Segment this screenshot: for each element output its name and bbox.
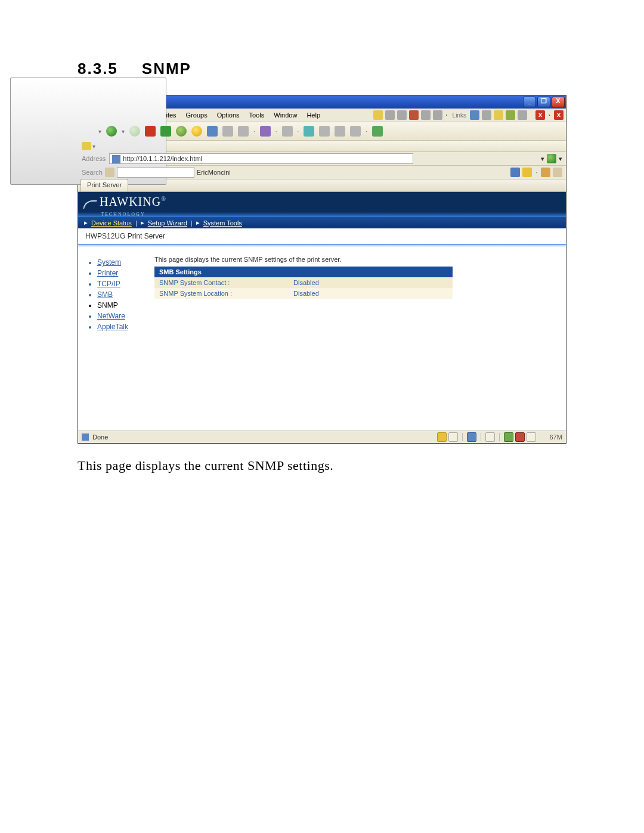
search-option-icon-1[interactable] — [510, 168, 520, 177]
toolbar-icon-2[interactable] — [221, 125, 234, 138]
statusbar-text: Done — [92, 433, 108, 441]
toolbar-dropdown-1[interactable]: ▾ — [97, 128, 103, 135]
breadcrumb-system-tools[interactable]: System Tools — [203, 219, 242, 227]
tray-icon-3[interactable] — [467, 432, 476, 442]
menubar-link-icon-1[interactable] — [470, 110, 479, 120]
sidebar-item-system[interactable]: System — [97, 258, 151, 267]
tray-icon-5[interactable] — [504, 432, 513, 442]
maximize-button[interactable]: ❐ — [537, 97, 550, 107]
sidebar-item-appletalk[interactable]: AppleTalk — [97, 323, 151, 331]
breadcrumb-setup-wizard[interactable]: Setup Wizard — [148, 219, 187, 227]
tray-icon-4[interactable] — [485, 432, 495, 442]
sidebar: System Printer TCP/IP SMB SNMP NetWare A… — [85, 256, 151, 333]
searchbar: Search EricMoncini · — [78, 166, 566, 179]
toolbar: ▾ ▾ · · · · — [78, 122, 566, 141]
menubar-sep: · — [445, 112, 449, 119]
settings-panel: This page displays the current SNMP sett… — [154, 256, 559, 333]
setting-label-contact: SNMP System Contact : — [154, 277, 289, 288]
sidebar-item-printer[interactable]: Printer — [97, 269, 151, 277]
addressbar: Address http://10.1.1.212/index.html ▾ ▾ — [78, 152, 566, 166]
sidebar-item-netware[interactable]: NetWare — [97, 312, 151, 320]
breadcrumb-bullet: ▸ — [84, 219, 88, 227]
go-button[interactable] — [547, 154, 556, 163]
breadcrumb-bullet: ▸ — [141, 219, 144, 227]
search-option-icon-4[interactable] — [553, 168, 562, 177]
minimize-button[interactable]: _ — [523, 97, 536, 107]
address-dropdown[interactable]: ▾ — [541, 155, 544, 163]
sidebar-item-snmp[interactable]: SNMP — [97, 301, 151, 309]
toolbar-icon-8[interactable] — [333, 125, 346, 138]
menubar-link-icon-4[interactable] — [506, 110, 515, 120]
breadcrumb-sep: | — [135, 219, 137, 227]
page-subheader: HWPS12UG Print Server — [78, 228, 566, 245]
toolbar-icon-9[interactable] — [349, 125, 362, 138]
close-button[interactable]: X — [552, 97, 565, 107]
brand-subtitle: TECHNOLOGY — [101, 212, 166, 217]
tray-icon-7[interactable] — [527, 432, 536, 442]
refresh-button[interactable] — [159, 125, 172, 138]
search-engine-icon[interactable] — [105, 168, 114, 177]
address-favicon-icon — [112, 155, 120, 163]
search-option-icon-2[interactable] — [522, 168, 532, 177]
table-row: SNMP System Contact : Disabled — [154, 277, 453, 288]
search-label: Search — [82, 169, 103, 176]
menubar-tab-close-button[interactable]: x — [535, 110, 545, 120]
setting-value-location: Disabled — [289, 288, 453, 299]
document-caption: This page displays the current SNMP sett… — [78, 458, 566, 473]
menu-window[interactable]: Window — [270, 110, 301, 120]
page-content: HAWKING® TECHNOLOGY ▸ Device Status | ▸ … — [78, 192, 566, 431]
tray-sep — [499, 433, 500, 441]
toolbar-icon-7[interactable] — [318, 125, 331, 138]
setting-value-contact: Disabled — [289, 277, 453, 288]
go-dropdown[interactable]: ▾ — [559, 155, 562, 163]
menubar-link-icon-3[interactable] — [494, 110, 503, 120]
toolbar-icon-6[interactable] — [302, 125, 315, 138]
toolbar-icon-4[interactable] — [259, 125, 272, 138]
menubar-plugin-icon-5[interactable] — [421, 110, 431, 120]
menubar-plugin-icon-3[interactable] — [397, 110, 407, 120]
menu-groups[interactable]: Groups — [182, 110, 212, 120]
toolbar-icon-3[interactable] — [237, 125, 250, 138]
menubar-tab-close-all-button[interactable]: x — [554, 110, 564, 120]
back-button[interactable] — [105, 125, 118, 138]
panel-description: This page displays the current SNMP sett… — [154, 256, 559, 263]
statusbar-favicon-icon — [82, 433, 89, 441]
menubar-link-icon-5[interactable] — [518, 110, 527, 120]
tray-icon-2[interactable] — [448, 432, 458, 442]
home-button[interactable] — [175, 125, 188, 138]
menubar-links-label[interactable]: Links — [451, 112, 467, 119]
back-dropdown[interactable]: ▾ — [120, 128, 126, 135]
section-title: SNMP — [142, 60, 191, 78]
brand-name: HAWKING — [100, 195, 161, 208]
new-tab-button[interactable] — [82, 125, 95, 138]
tray-icon-1[interactable] — [437, 432, 447, 442]
address-input[interactable]: http://10.1.1.212/index.html — [109, 153, 413, 164]
toolbar-icon-5[interactable] — [281, 125, 294, 138]
menu-options[interactable]: Options — [213, 110, 244, 120]
sidebar-item-smb[interactable]: SMB — [97, 290, 151, 299]
menubar-plugin-icon-6[interactable] — [433, 110, 442, 120]
favorites-button[interactable] — [190, 125, 203, 138]
toolbar-icon-1[interactable] — [206, 125, 219, 138]
menubar-link-icon-2[interactable] — [482, 110, 491, 120]
mail-icon[interactable] — [82, 142, 91, 150]
menubar-dash: · — [547, 112, 552, 119]
stop-button[interactable] — [144, 125, 157, 138]
forward-button[interactable] — [128, 125, 141, 138]
browser-window: Print Server - MyIE2 _ ❐ X File Edit Vie… — [78, 95, 566, 444]
section-number: 8.3.5 — [78, 60, 118, 78]
tab-print-server[interactable]: Print Server — [80, 179, 128, 191]
menubar-plugin-icon-1[interactable] — [373, 110, 383, 120]
toolbar-icon-10[interactable] — [371, 125, 384, 138]
mail-dropdown[interactable]: ▾ — [91, 143, 97, 150]
breadcrumb-device-status[interactable]: Device Status — [91, 219, 132, 227]
menu-tools[interactable]: Tools — [245, 110, 269, 120]
menubar-plugin-icon-2[interactable] — [385, 110, 395, 120]
table-row: SNMP System Location : Disabled — [154, 288, 453, 299]
menu-help[interactable]: Help — [302, 110, 324, 120]
sidebar-item-tcpip[interactable]: TCP/IP — [97, 280, 151, 288]
menubar-plugin-icon-4[interactable] — [409, 110, 419, 120]
search-option-icon-3[interactable] — [541, 168, 550, 177]
tray-icon-6[interactable] — [515, 432, 525, 442]
search-input[interactable] — [117, 167, 194, 178]
